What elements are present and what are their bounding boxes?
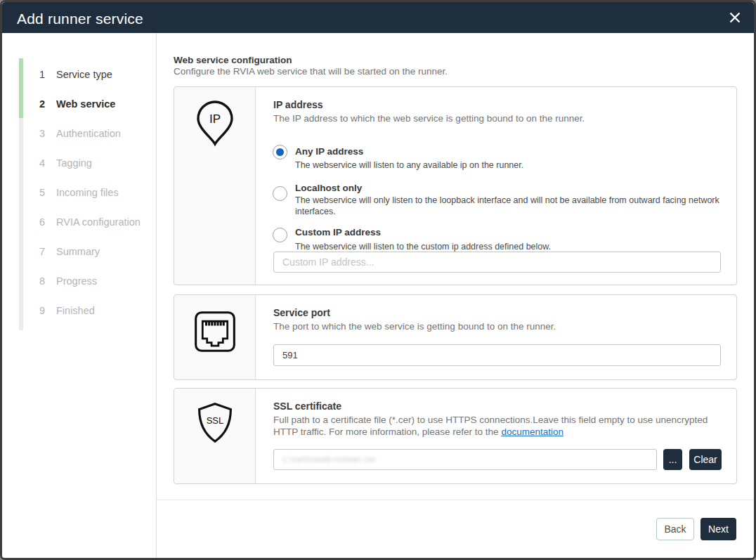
svg-text:SSL: SSL [206,415,223,426]
svg-text:IP: IP [209,112,220,126]
